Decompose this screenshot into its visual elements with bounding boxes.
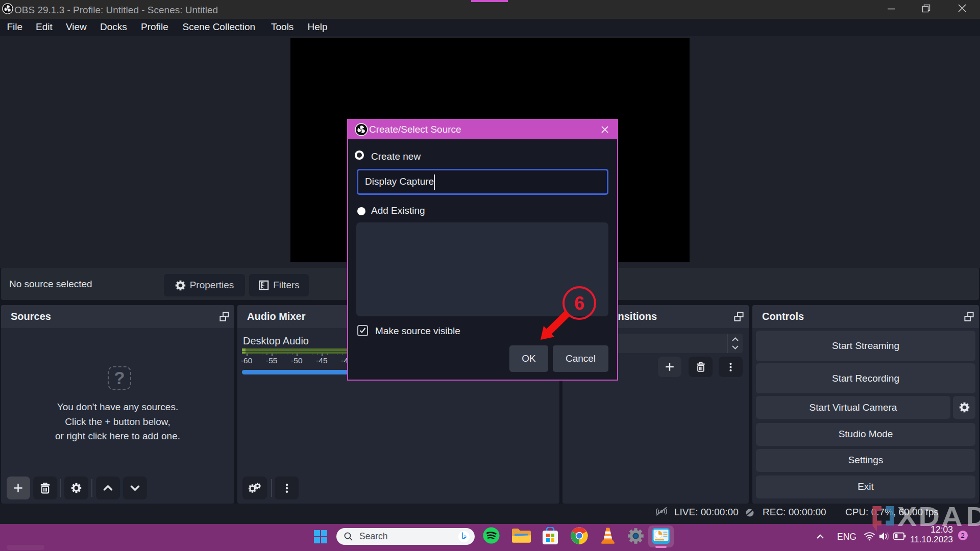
svg-text:6: 6 bbox=[574, 293, 584, 314]
svg-text:D: D bbox=[966, 503, 980, 532]
svg-text:XDA: XDA bbox=[897, 503, 964, 532]
